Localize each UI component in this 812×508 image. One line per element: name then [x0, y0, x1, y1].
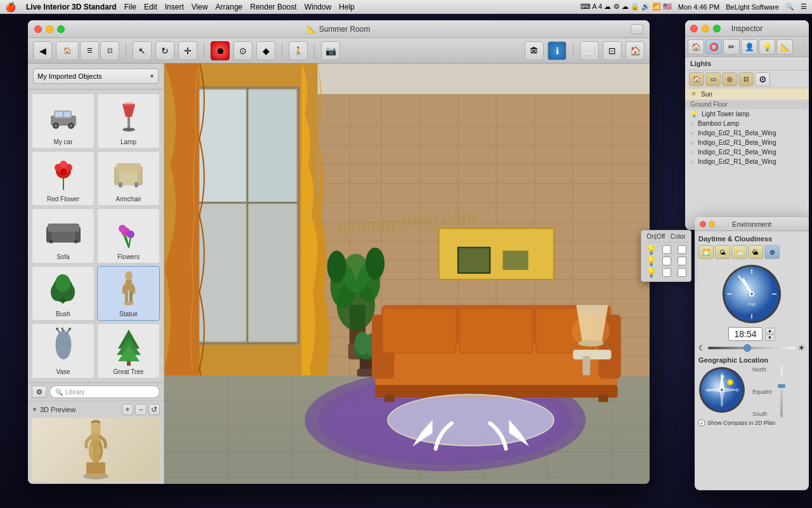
minimize-button[interactable]: [46, 25, 53, 33]
camera-btn[interactable]: 📷: [321, 41, 340, 60]
svg-text:W: W: [706, 387, 711, 393]
light-item-5[interactable]: ○ Indigo_Ed2_R1_Beta_Wing: [685, 157, 809, 166]
back-button[interactable]: ◀: [33, 41, 52, 60]
search-icon[interactable]: 🔍: [785, 3, 794, 11]
window-zoom-btn[interactable]: [631, 24, 643, 34]
category-select[interactable]: My Imported Objects: [33, 69, 159, 84]
insp-tab-person[interactable]: 👤: [741, 39, 757, 55]
close-button[interactable]: [34, 25, 42, 33]
insp-tab-edit[interactable]: ✏: [723, 39, 740, 55]
object-item-my-car[interactable]: My car: [32, 93, 95, 149]
object-item-lamp[interactable]: Lamp: [97, 93, 160, 149]
grid-view-btn[interactable]: ⊡: [100, 41, 119, 60]
insp-tab-measure[interactable]: 📐: [776, 39, 793, 55]
brightness-slider[interactable]: [708, 347, 796, 349]
light-item-3[interactable]: ○ Indigo_Ed2_R1_Beta_Wing: [685, 138, 809, 147]
object-item-bush[interactable]: Bush: [32, 266, 95, 321]
object-item-armchair[interactable]: Armchair: [97, 151, 160, 206]
color-swatch-2[interactable]: [678, 268, 686, 277]
light-item-4[interactable]: ○ Indigo_Ed2_R1_Beta_Wing: [685, 147, 809, 157]
env-min-btn[interactable]: [709, 221, 715, 227]
target-btn[interactable]: ⊙: [233, 41, 252, 60]
record-btn[interactable]: ⏺: [211, 41, 230, 60]
object-item-sofa[interactable]: Sofa: [32, 208, 95, 264]
daytime-toolbar: 🌅 🌤 ⛅ 🌥 ⚙: [698, 245, 805, 259]
color-swatch-0[interactable]: [678, 245, 686, 254]
object-category-dropdown[interactable]: My Imported Objects ▼: [33, 69, 159, 84]
insp-tab-bulb[interactable]: 💡: [759, 39, 775, 55]
menu-window[interactable]: Window: [304, 3, 332, 11]
object-item-great-tree[interactable]: Great Tree: [97, 323, 160, 378]
object-item-red-flower[interactable]: Red Flower: [32, 151, 95, 206]
time-overcast-btn[interactable]: 🌥: [748, 245, 763, 259]
time-day-btn[interactable]: 🌤: [715, 245, 730, 259]
view-3d-btn[interactable]: 🏠: [625, 41, 645, 60]
time-display[interactable]: 18:54: [728, 327, 762, 341]
menu-view[interactable]: View: [192, 3, 208, 11]
floor-plan-btn[interactable]: 🏠: [56, 41, 79, 60]
menu-render[interactable]: Render Boost: [250, 3, 296, 11]
settings-btn[interactable]: ⚙: [32, 385, 47, 398]
menu-insert[interactable]: Insert: [165, 3, 184, 11]
show-compass-checkbox[interactable]: ✓: [698, 420, 705, 426]
light-add-btn[interactable]: ⚙: [755, 72, 770, 86]
lat-slider-track: [780, 366, 783, 417]
insp-tab-house[interactable]: 🏠: [688, 39, 704, 55]
menu-arrange[interactable]: Arrange: [216, 3, 243, 11]
object-item-statue[interactable]: Statue: [97, 266, 160, 321]
zoom-out-btn[interactable]: −: [135, 404, 147, 415]
inspector-min-btn[interactable]: [702, 25, 709, 32]
menu-edit[interactable]: Edit: [144, 3, 157, 11]
menu-extra-icon[interactable]: ☰: [801, 3, 807, 11]
svg-rect-29: [74, 239, 77, 243]
cursor-tool[interactable]: ↖: [133, 41, 152, 60]
light-item-2[interactable]: ○ Indigo_Ed2_R1_Beta_Wing: [685, 128, 809, 138]
render-btn[interactable]: ◆: [256, 41, 275, 60]
svg-rect-23: [134, 182, 138, 187]
time-step-up[interactable]: ▲: [765, 328, 775, 334]
search-bar[interactable]: 🔍 Library: [49, 385, 160, 398]
toggle-0[interactable]: [662, 245, 671, 254]
time-step-down[interactable]: ▼: [765, 335, 775, 341]
sun-item[interactable]: ☀ Sun: [685, 88, 809, 100]
zoom-in-btn[interactable]: +: [122, 404, 133, 415]
env-close-btn[interactable]: [700, 221, 706, 227]
inspector-max-btn[interactable]: [713, 25, 721, 32]
object-item-flowers[interactable]: Flowers: [97, 208, 160, 264]
apple-menu[interactable]: 🍎: [5, 2, 16, 12]
inspector-close-btn[interactable]: [690, 25, 698, 32]
light-item-1[interactable]: ○ Bamboo Lamp: [685, 119, 809, 128]
zoom-refresh-btn[interactable]: ↺: [148, 404, 160, 415]
menu-file[interactable]: File: [124, 3, 136, 11]
rotate-tool[interactable]: ↻: [155, 41, 174, 60]
object-item-vase[interactable]: Vase: [32, 323, 95, 378]
toggle-2[interactable]: [662, 268, 671, 277]
list-view-btn[interactable]: ☰: [80, 41, 99, 60]
view-split-btn[interactable]: ⊡: [603, 41, 622, 60]
walk-btn[interactable]: 🚶: [289, 41, 308, 60]
svg-rect-21: [116, 163, 141, 172]
time-sunrise-btn[interactable]: 🌅: [698, 245, 714, 259]
svg-point-140: [388, 394, 554, 446]
maximize-button[interactable]: [57, 25, 65, 33]
color-swatch-1[interactable]: [678, 257, 686, 265]
light-type-3[interactable]: ◎: [722, 72, 737, 86]
time-cloud-btn[interactable]: ⛅: [731, 245, 747, 259]
insp-tab-light[interactable]: ⭕: [705, 39, 722, 55]
lat-slider-thumb[interactable]: [778, 384, 785, 388]
light-item-0[interactable]: 💡 Light Tower lamp: [685, 109, 809, 119]
time-settings-btn[interactable]: ⚙: [764, 245, 780, 259]
brightness-min-icon: ☾: [698, 344, 705, 352]
view-2d-btn[interactable]: ⬜: [580, 41, 599, 60]
svg-point-11: [122, 102, 135, 106]
info-btn[interactable]: ℹ: [547, 41, 566, 60]
armchair-label: Armchair: [115, 196, 141, 203]
light-type-2[interactable]: ▭: [705, 72, 721, 86]
preview-toggle[interactable]: ▼: [32, 406, 37, 413]
menu-help[interactable]: Help: [339, 3, 355, 11]
building-btn[interactable]: 🏚: [525, 41, 544, 60]
toggle-1[interactable]: [662, 257, 671, 265]
light-type-4[interactable]: ⊡: [738, 72, 754, 86]
light-type-1[interactable]: 🏠: [689, 72, 704, 86]
move-tool[interactable]: ✛: [178, 41, 197, 60]
